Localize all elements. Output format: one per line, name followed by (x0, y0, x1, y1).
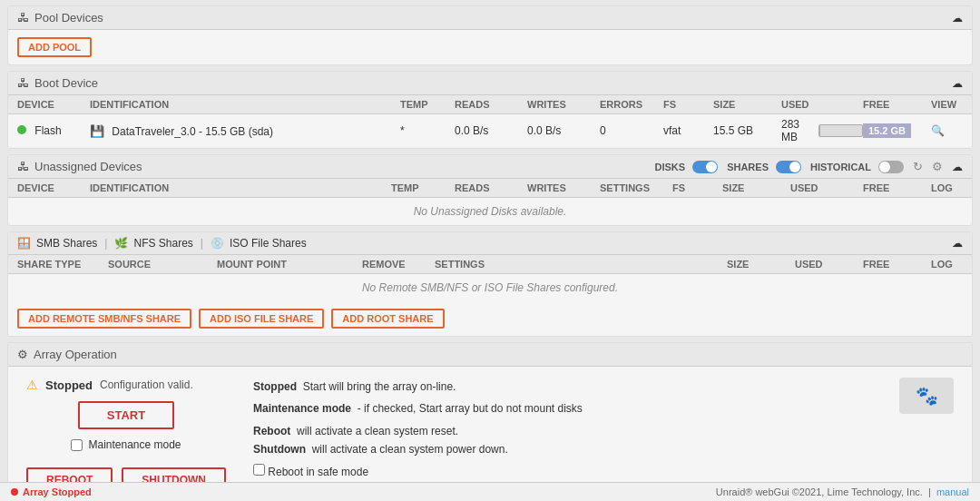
logo-placeholder: 🐾 (899, 378, 954, 414)
maintenance-checkbox[interactable] (71, 439, 83, 451)
array-operation-section: ⚙ Array Operation ⚠ Stopped Configuratio… (7, 342, 973, 501)
shares-label: SHARES (727, 162, 769, 172)
search-icon[interactable]: 🔍 (931, 124, 945, 137)
shares-cloud-icon: ☁ (952, 237, 963, 250)
add-root-share-button[interactable]: ADD ROOT SHARE (331, 309, 444, 329)
col-reads-label: READS (455, 99, 527, 110)
unassigned-controls: DISKS SHARES HISTORICAL (655, 160, 964, 173)
maintenance-desc: Maintenance mode - if checked, Start arr… (253, 399, 872, 418)
manual-link[interactable]: manual (936, 486, 969, 497)
disks-toggle[interactable] (692, 161, 718, 173)
start-desc: Stopped Start will bring the array on-li… (253, 378, 872, 396)
boot-reads: 0.0 B/s (455, 124, 527, 137)
refresh-icon[interactable]: ↻ (913, 160, 923, 173)
status-dot (11, 488, 18, 496)
array-op-icon: ⚙ (17, 348, 28, 361)
status-bar: Array Stopped Unraid® webGui ©2021, Lime… (0, 482, 980, 501)
shares-actions: ADD REMOTE SMB/NFS SHARE ADD ISO FILE SH… (8, 301, 972, 336)
col-s-settings-label: SETTINGS (435, 259, 727, 270)
array-op-header: ⚙ Array Operation (8, 343, 972, 367)
col-view-label: VIEW (931, 99, 963, 110)
col-fs-label: FS (663, 99, 713, 110)
iso-icon: 💿 (211, 237, 224, 250)
col-u-reads-label: READS (455, 182, 527, 193)
col-s-log-label: LOG (931, 259, 963, 270)
col-errors-label: ERRORS (600, 99, 663, 110)
boot-device-header: 🖧 Boot Device ☁ (8, 72, 972, 95)
add-pool-button[interactable]: ADD POOL (17, 37, 92, 57)
add-pool-row: ADD POOL (8, 30, 972, 64)
col-used-label: USED (781, 99, 863, 110)
disks-label: DISKS (655, 162, 686, 172)
reboot-desc: Reboot will activate a clean system rese… (253, 422, 872, 440)
green-status-dot (17, 125, 26, 134)
col-s-used-label: USED (795, 259, 863, 270)
pool-devices-section: 🖧 Pool Devices ☁ ADD POOL (7, 5, 973, 65)
safe-mode-checkbox[interactable] (253, 464, 265, 476)
drive-icon: 💾 (90, 124, 104, 138)
col-device-label: DEVICE (17, 99, 90, 110)
historical-toggle-track (878, 161, 904, 173)
boot-writes: 0.0 B/s (527, 124, 600, 137)
col-free-label: FREE (863, 99, 931, 110)
shares-section: 🪟 SMB Shares | 🌿 NFS Shares | 💿 ISO File… (7, 231, 973, 337)
shares-header: 🪟 SMB Shares | 🌿 NFS Shares | 💿 ISO File… (8, 232, 972, 255)
unassigned-empty-message: No Unassigned Disks available. (8, 198, 972, 225)
boot-cloud-icon: ☁ (952, 77, 963, 90)
col-u-size-label: SIZE (722, 182, 790, 193)
col-u-log-label: LOG (931, 182, 963, 193)
boot-device-title: 🖧 Boot Device (17, 76, 98, 90)
status-stopped: Array Stopped (11, 486, 92, 497)
unassigned-title: 🖧 Unassigned Devices (17, 160, 142, 173)
add-iso-share-button[interactable]: ADD ISO FILE SHARE (199, 309, 324, 329)
boot-device-row: Flash 💾 DataTraveler_3.0 - 15.5 GB (sda)… (8, 114, 972, 148)
col-temp-label: TEMP (400, 99, 455, 110)
pool-devices-header: 🖧 Pool Devices ☁ (8, 6, 972, 30)
boot-fs: vfat (663, 124, 713, 137)
unassigned-cloud-icon: ☁ (952, 161, 963, 173)
safe-mode-label: Reboot in safe mode (268, 466, 368, 478)
col-writes-label: WRITES (527, 99, 600, 110)
boot-device-table-header: DEVICE IDENTIFICATION TEMP READS WRITES … (8, 95, 972, 114)
logo-area: 🐾 (899, 378, 954, 414)
disks-toggle-group: DISKS (655, 161, 719, 173)
shares-toggle-thumb (789, 162, 800, 172)
col-u-fs-label: FS (672, 182, 722, 193)
shares-toggle[interactable] (776, 161, 801, 173)
historical-label: HISTORICAL (810, 162, 871, 172)
boot-used: 283 MB (781, 118, 863, 143)
maintenance-label: Maintenance mode (88, 438, 181, 451)
used-bar-fill (819, 125, 820, 136)
gear-icon[interactable]: ⚙ (932, 160, 943, 173)
add-remote-share-button[interactable]: ADD REMOTE SMB/NFS SHARE (17, 309, 191, 329)
pool-devices-title: 🖧 Pool Devices (17, 11, 103, 25)
col-s-mountpoint-label: MOUNT POINT (217, 259, 362, 270)
start-button[interactable]: START (78, 401, 174, 429)
used-bar-container: 283 MB (781, 118, 863, 143)
historical-toggle-thumb (879, 162, 890, 172)
shares-title: 🪟 SMB Shares | 🌿 NFS Shares | 💿 ISO File… (17, 237, 307, 250)
col-s-sharetype-label: SHARE TYPE (17, 259, 108, 270)
col-identification-label: IDENTIFICATION (90, 99, 400, 110)
boot-device-name: Flash (17, 124, 90, 137)
boot-free: 15.2 GB (863, 124, 931, 137)
col-u-settings-label: SETTINGS (600, 182, 672, 193)
col-u-free-label: FREE (863, 182, 931, 193)
boot-errors: 0 (600, 124, 663, 137)
boot-temp: * (400, 124, 455, 137)
col-u-writes-label: WRITES (527, 182, 600, 193)
unassigned-devices-section: 🖧 Unassigned Devices DISKS SHARES (7, 154, 973, 226)
boot-icon: 🖧 (17, 76, 29, 90)
col-u-temp-label: TEMP (391, 182, 455, 193)
stopped-label: Stopped (45, 378, 93, 392)
nfs-icon: 🌿 (114, 237, 128, 250)
historical-toggle[interactable] (878, 161, 904, 173)
boot-view[interactable]: 🔍 (931, 124, 963, 137)
unassigned-icon: 🖧 (17, 160, 29, 173)
shares-empty-message: No Remote SMB/NFS or ISO File Shares con… (8, 274, 972, 301)
col-u-used-label: USED (790, 182, 863, 193)
stopped-row: ⚠ Stopped Configuration valid. (26, 378, 193, 392)
boot-device-section: 🖧 Boot Device ☁ DEVICE IDENTIFICATION TE… (7, 71, 973, 149)
col-s-remove-label: REMOVE (362, 259, 435, 270)
pool-cloud-icon: ☁ (952, 12, 963, 25)
